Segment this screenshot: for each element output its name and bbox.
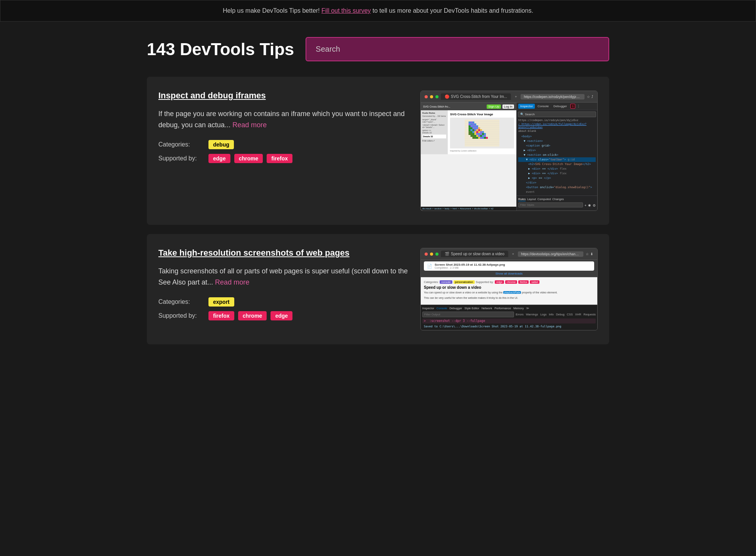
star-icon-2[interactable]: ☆ [586,252,589,256]
search-input[interactable] [316,45,599,54]
page-header-bar: SVG Cross-Stitch fro... Sign Up Log In [421,103,516,110]
inspector-tabs-1: Inspector Console Debugger 1 ⋮ [517,103,597,110]
devtools-bar-2: Inspector Console Debugger Style Editor … [421,305,597,330]
banner-text-after: to tell us more about your DevTools habi… [373,7,533,14]
svg-rect-53 [476,137,478,139]
tip-title-2[interactable]: Take high-resolution screenshots of web … [158,248,409,258]
page-left-nav: Kudo Rules Generated by... 1M items targ… [421,110,448,154]
url-line-dt: https://codepen.io/rodzyk/pen/dyjzExz [517,118,597,122]
b2-network-tab[interactable]: Network [482,307,492,310]
svg-rect-55 [480,137,482,139]
nav-extra: <detail></detail> Select id="details"... [422,124,446,128]
tag-chrome-2[interactable]: chrome [238,311,267,320]
b2-errors-tab[interactable]: Errors [516,313,523,316]
search-wrapper[interactable] [306,37,609,61]
nav-8bit: 8-bit colors ✓ [422,140,446,142]
b2-filter-row: Errors Warnings Logs Info Debug CSS XHR … [422,312,596,317]
log-in-btn[interactable]: Log In [502,104,514,109]
download-icon-2[interactable]: ⬇ [590,252,593,256]
b2-debug-tab[interactable]: Debug [556,313,564,316]
tag-export-2[interactable]: export [208,297,234,307]
svg-rect-29 [474,131,476,133]
b2-warnings-tab[interactable]: Warnings [526,313,538,316]
b2-tag-safari-s[interactable]: safari [530,280,539,284]
tag-chrome-1[interactable]: chrome [234,154,263,163]
categories-row-1: Categories: debug [158,140,409,149]
url-bar-2[interactable]: https://devtoolstips.org/tips/en/change-… [518,251,583,257]
browser-controls-1: ☆ ⤴ [587,95,593,99]
b2-filter-input[interactable] [422,312,514,317]
new-tab-btn-2[interactable]: + [511,252,516,256]
svg-rect-14 [470,127,472,129]
debugger-tab[interactable]: Debugger [551,104,569,109]
nav-item-1: Kudo Rules [422,112,446,114]
b2-style-editor-tab[interactable]: Style Editor [464,307,479,310]
read-more-link-1[interactable]: Read more [232,121,267,129]
b2-logs-tab[interactable]: Logs [540,313,546,316]
changes-tab[interactable]: Changes [552,197,564,201]
rules-tab[interactable]: Rules [518,197,526,201]
svg-rect-18 [478,127,480,129]
browser-dot-red-1 [425,95,428,98]
b2-tag-console[interactable]: console [440,280,452,284]
bc-section: section [434,207,442,210]
svg-rect-45 [474,135,476,137]
tag-edge-2[interactable]: edge [270,311,292,320]
tip-title-1[interactable]: Inspect and debug iframes [158,91,409,101]
inspector-tab[interactable]: Inspector [518,104,535,109]
b2-performance-tab[interactable]: Performance [494,307,511,310]
browser-body-1: SVG Cross-Stitch fro... Sign Up Log In K… [421,103,597,211]
computed-tab[interactable]: Computed [538,197,551,201]
html-row-h2: <h2>SVG Cross-Stitch Your Image</h2> [518,162,596,167]
svg-rect-11 [474,125,476,127]
b2-console-tab[interactable]: Console [437,307,447,310]
categories-label-1: Categories: [158,141,205,148]
bc-sep3: > [450,207,452,210]
tag-debug-1[interactable]: debug [208,140,234,149]
b2-info-tab[interactable]: Info [549,313,554,316]
share-icon[interactable]: ⤴ [591,95,593,99]
survey-link[interactable]: Fill out this survey [321,7,371,14]
page-breadcrumb: div.result > section > body > html > #do… [421,207,516,211]
nav-label: Details 32 [422,131,446,134]
header-row: 143 DevTools Tips [147,37,609,61]
show-all-downloads[interactable]: Show all downloads [424,272,594,275]
tag-firefox-1[interactable]: firefox [267,154,292,163]
settings-icon[interactable]: ⚙ [593,204,596,207]
tag-firefox-2[interactable]: firefox [208,311,234,320]
asterisk-icon[interactable]: ✱ [588,204,591,207]
filter-styles-input[interactable] [518,202,583,207]
read-more-link-2[interactable]: Read more [215,278,249,286]
b2-tag-ff-s[interactable]: firefox [518,280,529,284]
tag-edge-1[interactable]: edge [208,154,230,163]
b2-requests-tab[interactable]: Requests [583,313,596,316]
svg-rect-37 [474,133,476,135]
html-row-p: ▶ <p> == </p> [518,176,596,180]
file-icon: 📄 [427,264,432,269]
plus-icon[interactable]: + [585,204,586,207]
console-tab[interactable]: Console [536,104,551,109]
b2-debugger-tab[interactable]: Debugger [449,307,462,310]
sign-up-btn[interactable]: Sign Up [487,104,501,109]
b2-memory-tab[interactable]: Memory [513,307,524,310]
b2-tag-edge-s[interactable]: edge [495,280,504,284]
svg-rect-51 [472,137,474,139]
b2-inspector-tab[interactable]: Inspector [422,307,434,310]
inspector-search[interactable]: 🔍 Search [518,111,596,117]
new-tab-btn[interactable]: + [513,95,518,99]
svg-rect-44 [472,135,474,137]
page-inspired: Inspired by Lorem collection [450,150,514,152]
b2-css-tab[interactable]: CSS [567,313,573,316]
dt-tabs-row: Inspector Console Debugger 1 ⋮ [518,104,580,109]
url-bar-1[interactable]: https://codepen.io/rodzyk/pen/dyjzExz [521,94,585,99]
b2-xhr-tab[interactable]: XHR [575,313,581,316]
more-tools-btn[interactable]: ⋮ [577,104,580,108]
layout-tab[interactable]: Layout [527,197,536,201]
b2-more-btn[interactable]: ≫ [526,307,529,310]
b2-tag-chrome-s[interactable]: chrome [505,280,517,284]
page-h2: SVG Cross-Stitch Your Image [450,113,514,116]
b2-tag-pers[interactable]: personalization [454,280,475,284]
star-icon[interactable]: ☆ [587,95,590,99]
html-row-div-end: </div> [518,180,596,185]
nav-detail-box: Details 32 [422,135,446,138]
